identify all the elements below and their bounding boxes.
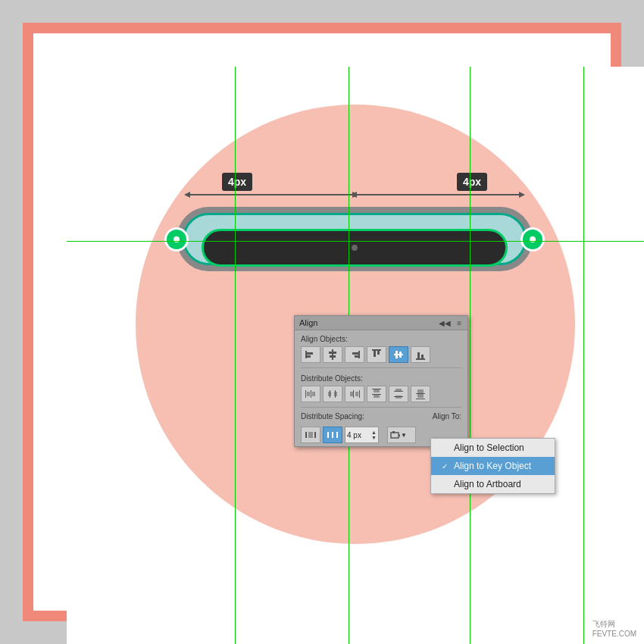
svg-rect-39 bbox=[374, 395, 380, 398]
svg-marker-5 bbox=[519, 192, 525, 198]
align-objects-buttons bbox=[301, 346, 461, 363]
spacing-input-group: 4 px ▲ ▼ bbox=[345, 427, 379, 443]
svg-rect-19 bbox=[395, 351, 398, 358]
align-bottom-icon bbox=[414, 349, 427, 361]
distribute-objects-label: Distribute Objects: bbox=[301, 374, 461, 383]
right-arrow bbox=[351, 187, 525, 202]
dist-bottom-btn[interactable] bbox=[411, 386, 430, 402]
svg-rect-13 bbox=[352, 352, 358, 355]
dropdown-item-artboard[interactable]: Align to Artboard bbox=[431, 475, 555, 493]
dist-top-icon bbox=[370, 388, 383, 400]
svg-rect-30 bbox=[328, 392, 331, 396]
svg-rect-15 bbox=[372, 349, 381, 351]
svg-rect-24 bbox=[305, 390, 306, 398]
align-to-label: Align To: bbox=[433, 412, 461, 420]
svg-rect-53 bbox=[336, 432, 338, 438]
dropdown-item-selection-label: Align to Selection bbox=[454, 442, 524, 453]
dist-spacing-h-btn[interactable] bbox=[301, 427, 320, 443]
svg-rect-36 bbox=[372, 389, 381, 389]
svg-rect-51 bbox=[327, 432, 329, 438]
align-to-dropdown-menu: Align to Selection ✓ Align to Key Object… bbox=[430, 438, 555, 494]
align-to-dropdown-icon bbox=[390, 430, 401, 440]
dist-spacing-active-btn[interactable] bbox=[323, 427, 342, 443]
align-objects-section: Align Objects: bbox=[295, 330, 467, 366]
divider-2 bbox=[301, 407, 461, 408]
svg-rect-49 bbox=[314, 432, 316, 438]
svg-rect-37 bbox=[372, 394, 381, 395]
dist-spacing-active-icon bbox=[327, 429, 339, 441]
divider-1 bbox=[301, 367, 461, 368]
artboard-inner: 4px 4px bbox=[67, 67, 644, 644]
svg-rect-22 bbox=[417, 352, 420, 358]
svg-rect-10 bbox=[329, 352, 336, 354]
align-middle-v-btn[interactable] bbox=[389, 346, 408, 363]
spinner-up-btn[interactable]: ▲ bbox=[371, 430, 377, 435]
svg-rect-38 bbox=[374, 389, 380, 392]
svg-rect-26 bbox=[307, 392, 310, 396]
align-bottom-btn[interactable] bbox=[411, 346, 430, 363]
canvas: 4px 4px bbox=[0, 0, 644, 644]
align-center-h-btn[interactable] bbox=[323, 346, 342, 363]
pill-dot bbox=[352, 245, 358, 251]
artboard: 4px 4px bbox=[23, 23, 621, 621]
dropdown-item-artboard-label: Align to Artboard bbox=[454, 479, 521, 489]
svg-rect-45 bbox=[416, 399, 425, 399]
guide-v1 bbox=[235, 67, 236, 644]
svg-rect-21 bbox=[416, 358, 425, 360]
panel-controls: ◀◀ ≡ bbox=[437, 319, 463, 327]
dist-right-icon bbox=[349, 388, 361, 400]
dropdown-item-key-object-label: Align to Key Object bbox=[454, 461, 531, 471]
align-center-h-icon bbox=[327, 349, 339, 361]
align-panel: Align ◀◀ ≡ Align Objects: bbox=[294, 315, 468, 447]
dist-center-h-btn[interactable] bbox=[323, 386, 342, 402]
svg-rect-48 bbox=[305, 432, 307, 438]
align-to-dropdown-btn[interactable]: ▼ bbox=[387, 427, 416, 443]
dist-left-btn[interactable] bbox=[301, 386, 320, 402]
svg-rect-54 bbox=[391, 433, 399, 438]
svg-rect-7 bbox=[307, 352, 313, 355]
dist-bottom-icon bbox=[414, 388, 427, 400]
align-left-btn[interactable] bbox=[301, 346, 320, 363]
svg-rect-34 bbox=[350, 392, 353, 396]
svg-rect-35 bbox=[355, 392, 358, 396]
align-top-icon bbox=[370, 349, 383, 361]
dist-center-v-btn[interactable] bbox=[389, 386, 408, 402]
svg-rect-33 bbox=[359, 390, 360, 398]
align-right-icon bbox=[349, 349, 361, 361]
svg-rect-52 bbox=[332, 432, 333, 438]
panel-menu-btn[interactable]: ≡ bbox=[455, 319, 463, 327]
align-panel-title: Align bbox=[299, 318, 317, 327]
distribute-spacing-label: Distribute Spacing: bbox=[301, 412, 364, 420]
svg-rect-43 bbox=[395, 395, 402, 399]
align-left-icon bbox=[305, 349, 317, 361]
align-panel-titlebar: Align ◀◀ ≡ bbox=[295, 316, 467, 330]
dist-top-btn[interactable] bbox=[367, 386, 386, 402]
svg-rect-11 bbox=[330, 355, 336, 358]
dropdown-item-key-object[interactable]: ✓ Align to Key Object bbox=[431, 457, 555, 475]
dist-right-btn[interactable] bbox=[345, 386, 364, 402]
key-object-check: ✓ bbox=[442, 462, 451, 470]
spacing-input[interactable]: 4 px bbox=[347, 431, 371, 439]
svg-rect-47 bbox=[417, 394, 424, 398]
panel-collapse-btn[interactable]: ◀◀ bbox=[437, 319, 452, 327]
spinner-down-btn[interactable]: ▼ bbox=[371, 435, 377, 440]
svg-rect-20 bbox=[399, 352, 402, 358]
svg-rect-17 bbox=[377, 351, 380, 355]
handle-right bbox=[521, 227, 545, 252]
guide-v3 bbox=[470, 67, 470, 644]
align-middle-v-icon bbox=[392, 349, 405, 361]
distribute-objects-section: Distribute Objects: bbox=[295, 370, 467, 405]
pill-dark bbox=[202, 229, 508, 267]
svg-rect-12 bbox=[358, 351, 360, 358]
align-top-btn[interactable] bbox=[367, 346, 386, 363]
svg-rect-42 bbox=[395, 389, 402, 392]
guide-h1 bbox=[67, 241, 644, 242]
svg-rect-8 bbox=[307, 355, 311, 358]
svg-rect-32 bbox=[353, 390, 354, 398]
left-arrow bbox=[184, 187, 358, 202]
align-right-btn[interactable] bbox=[345, 346, 364, 363]
watermark-line1: 飞特网 bbox=[592, 619, 636, 630]
dropdown-item-selection[interactable]: Align to Selection bbox=[431, 439, 555, 457]
watermark: 飞特网 FEVTE.COM bbox=[592, 619, 636, 638]
spinner-buttons: ▲ ▼ bbox=[371, 430, 377, 440]
